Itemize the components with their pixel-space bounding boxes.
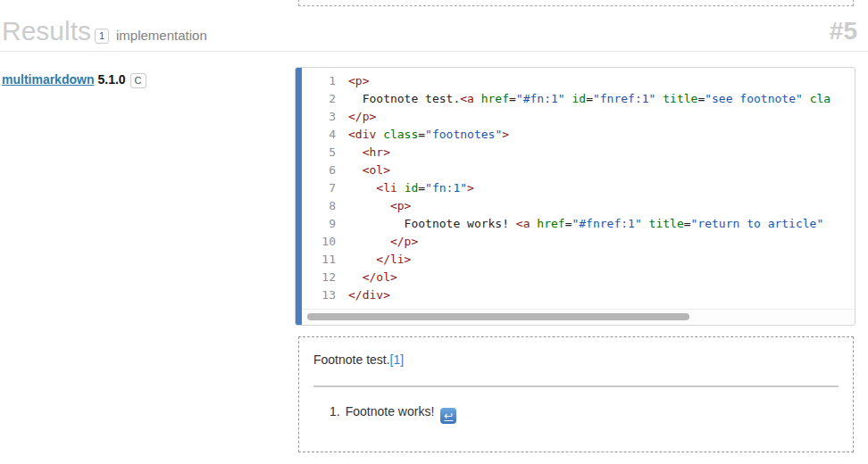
code-line-number: 7 [302, 179, 336, 197]
code-line: <p> [348, 197, 854, 215]
implementation-count-badge: 1 [95, 29, 109, 44]
code-line-number: 4 [302, 126, 336, 144]
code-line: </p> [348, 108, 854, 126]
code-line-number: 2 [302, 90, 336, 108]
implementation-version: 5.1.0 [97, 72, 125, 87]
code-line-number: 13 [302, 286, 336, 304]
previous-preview-fragment [298, 0, 854, 6]
list-marker: 1. [330, 404, 340, 418]
preview-paragraph-text: Footnote test. [313, 352, 390, 367]
code-block: 12345678910111213 <p> Footnote test.<a h… [295, 67, 855, 326]
code-line: </div> [348, 286, 854, 304]
code-line: <hr> [348, 144, 854, 162]
preview-divider [313, 385, 839, 387]
code-line: <li id="fn:1"> [348, 179, 854, 197]
code-line: <div class="footnotes"> [348, 126, 854, 144]
implementation-count-label: implementation [116, 28, 207, 43]
code-line: Footnote test.<a href="#fn:1" id="fnref:… [348, 90, 854, 108]
code-line: Footnote works! <a href="#fnref:1" title… [348, 215, 854, 233]
implementation-row: multimarkdown5.1.0C [2, 71, 146, 88]
preview-paragraph: Footnote test.[1] [313, 352, 839, 368]
horizontal-scrollbar[interactable] [302, 309, 854, 324]
code-accent-bar [296, 68, 302, 325]
header-divider [0, 51, 868, 52]
code-line-number: 5 [302, 144, 336, 162]
return-arrow-icon[interactable]: ↩ [440, 408, 456, 424]
code-gutter: 12345678910111213 [302, 72, 336, 304]
code-line-number: 6 [302, 162, 336, 179]
code-lines: <p> Footnote test.<a href="#fn:1" id="fn… [348, 72, 854, 304]
code-line-number: 12 [302, 269, 336, 286]
footnote-text: Footnote works! [346, 404, 435, 418]
code-line-number: 8 [302, 197, 336, 215]
code-line-number: 11 [302, 251, 336, 269]
code-line-number: 9 [302, 215, 336, 233]
implementation-name-link[interactable]: multimarkdown [2, 72, 94, 87]
code-line: </ol> [348, 269, 854, 286]
page: { "header": { "title": "Results", "count… [0, 0, 868, 464]
preview-box: Footnote test.[1] 1.Footnote works!↩ [298, 336, 854, 452]
results-title: Results [2, 18, 91, 45]
code-line: <p> [348, 72, 854, 90]
code-line-number: 3 [302, 108, 336, 126]
result-number-link[interactable]: #5 [830, 18, 857, 45]
footnote-ref-link[interactable]: [1] [390, 352, 405, 367]
code-line: </li> [348, 251, 854, 269]
code-line: <ol> [348, 162, 854, 179]
code-line-number: 10 [302, 233, 336, 251]
horizontal-scrollbar-thumb[interactable] [307, 313, 689, 320]
code-line: </p> [348, 233, 854, 251]
code-line-number: 1 [302, 72, 336, 90]
footnote-list-item: 1.Footnote works!↩ [330, 403, 839, 424]
language-badge: C [130, 73, 146, 88]
